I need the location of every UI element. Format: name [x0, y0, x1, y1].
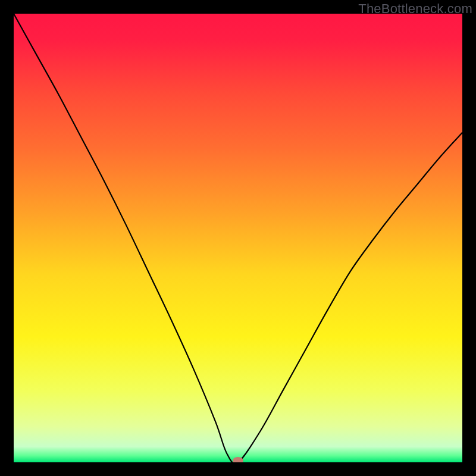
- chart-frame: [14, 14, 462, 462]
- gradient-background: [14, 14, 462, 462]
- attribution-label: TheBottleneck.com: [358, 1, 472, 17]
- bottleneck-chart: [14, 14, 462, 462]
